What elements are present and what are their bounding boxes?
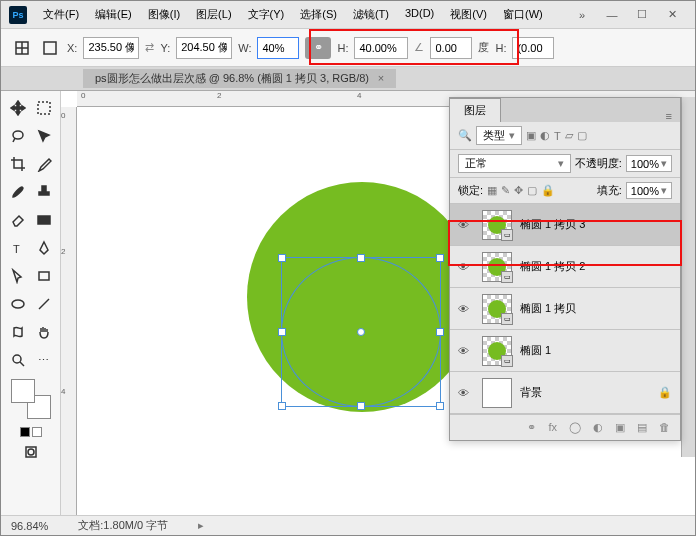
layer-row[interactable]: 👁▭椭圆 1 拷贝 bbox=[450, 288, 680, 330]
visibility-icon[interactable]: 👁 bbox=[458, 345, 474, 357]
ellipse-tool[interactable] bbox=[7, 293, 29, 315]
handle-s[interactable] bbox=[357, 402, 365, 410]
maximize-button[interactable]: ☐ bbox=[627, 5, 657, 25]
chev-down-icon[interactable]: » bbox=[567, 5, 597, 25]
handle-e[interactable] bbox=[436, 328, 444, 336]
path-select-tool[interactable] bbox=[7, 265, 29, 287]
visibility-icon[interactable]: 👁 bbox=[458, 387, 474, 399]
adjust-icon[interactable]: ◐ bbox=[593, 421, 603, 434]
layer-row[interactable]: 👁▭椭圆 1 拷贝 2 bbox=[450, 246, 680, 288]
handle-sw[interactable] bbox=[278, 402, 286, 410]
blend-mode-select[interactable]: 正常▾ bbox=[458, 154, 571, 173]
filter-select[interactable]: 类型▾ bbox=[476, 126, 522, 145]
close-button[interactable]: ✕ bbox=[657, 5, 687, 25]
move-tool[interactable] bbox=[7, 97, 29, 119]
handle-nw[interactable] bbox=[278, 254, 286, 262]
doc-tab[interactable]: ps圆形怎么做出层次感 @ 96.8% (椭圆 1 拷贝 3, RGB/8) × bbox=[83, 69, 396, 88]
handle-se[interactable] bbox=[436, 402, 444, 410]
stamp-tool[interactable] bbox=[33, 181, 55, 203]
menu-item[interactable]: 3D(D) bbox=[397, 7, 442, 22]
quickmask-tool[interactable] bbox=[20, 441, 42, 463]
x-input[interactable] bbox=[83, 37, 139, 59]
opacity-input[interactable]: 100%▾ bbox=[626, 155, 672, 172]
menu-item[interactable]: 选择(S) bbox=[292, 7, 345, 22]
menu-item[interactable]: 滤镜(T) bbox=[345, 7, 397, 22]
mini-swatches[interactable] bbox=[20, 427, 42, 437]
marquee-tool[interactable] bbox=[33, 97, 55, 119]
filter-shape-icon[interactable]: ▱ bbox=[565, 129, 573, 142]
brush-tool[interactable] bbox=[7, 181, 29, 203]
eyedropper-tool[interactable] bbox=[33, 153, 55, 175]
panel-tab-layers[interactable]: 图层 bbox=[450, 98, 501, 122]
lock-pos-icon[interactable]: ✥ bbox=[514, 184, 523, 197]
menu-item[interactable]: 窗口(W) bbox=[495, 7, 551, 22]
transform-bbox[interactable] bbox=[281, 257, 441, 407]
minimize-button[interactable]: — bbox=[597, 5, 627, 25]
status-arrow-icon[interactable]: ▸ bbox=[198, 519, 204, 532]
link-layers-icon[interactable]: ⚭ bbox=[527, 421, 536, 434]
visibility-icon[interactable]: 👁 bbox=[458, 261, 474, 273]
ref-point-icon[interactable] bbox=[11, 37, 33, 59]
layer-thumb[interactable] bbox=[482, 378, 512, 408]
handle-n[interactable] bbox=[357, 254, 365, 262]
ruler-vertical[interactable]: 0 2 4 bbox=[61, 107, 77, 515]
color-swatches[interactable] bbox=[11, 379, 51, 419]
layer-row[interactable]: 👁▭椭圆 1 拷贝 3 bbox=[450, 204, 680, 246]
layer-thumb[interactable]: ▭ bbox=[482, 336, 512, 366]
y-input[interactable] bbox=[176, 37, 232, 59]
more-tools[interactable]: ⋯ bbox=[33, 349, 55, 371]
filter-adjust-icon[interactable]: ◐ bbox=[540, 129, 550, 142]
filter-type-icon[interactable]: T bbox=[554, 130, 561, 142]
menu-item[interactable]: 编辑(E) bbox=[87, 7, 140, 22]
panel-dock[interactable] bbox=[681, 97, 695, 457]
crop-tool[interactable] bbox=[7, 153, 29, 175]
eraser-tool[interactable] bbox=[7, 209, 29, 231]
line-tool[interactable] bbox=[33, 293, 55, 315]
filter-pixel-icon[interactable]: ▣ bbox=[526, 129, 536, 142]
doc-status[interactable]: 文档:1.80M/0 字节 bbox=[78, 518, 168, 533]
w-input[interactable] bbox=[257, 37, 299, 59]
lock-all-icon[interactable]: 🔒 bbox=[541, 184, 555, 197]
delete-icon[interactable]: 🗑 bbox=[659, 421, 670, 434]
menu-item[interactable]: 视图(V) bbox=[442, 7, 495, 22]
menu-item[interactable]: 图层(L) bbox=[188, 7, 239, 22]
mask-icon[interactable]: ◯ bbox=[569, 421, 581, 434]
gradient-tool[interactable] bbox=[33, 209, 55, 231]
h-input[interactable] bbox=[354, 37, 408, 59]
pen-tool[interactable] bbox=[33, 237, 55, 259]
grid-icon[interactable] bbox=[39, 37, 61, 59]
handle-center[interactable] bbox=[357, 328, 365, 336]
quick-select-tool[interactable] bbox=[33, 125, 55, 147]
link-icon[interactable]: ⚭ bbox=[305, 37, 331, 59]
fx-icon[interactable]: fx bbox=[548, 421, 557, 434]
swap-icon[interactable]: ⇄ bbox=[145, 41, 154, 54]
fill-input[interactable]: 100%▾ bbox=[626, 182, 672, 199]
layer-thumb[interactable]: ▭ bbox=[482, 252, 512, 282]
visibility-icon[interactable]: 👁 bbox=[458, 303, 474, 315]
layer-row[interactable]: 👁▭椭圆 1 bbox=[450, 330, 680, 372]
custom-shape-tool[interactable] bbox=[7, 321, 29, 343]
type-tool[interactable]: T bbox=[7, 237, 29, 259]
layer-thumb[interactable]: ▭ bbox=[482, 210, 512, 240]
lock-paint-icon[interactable]: ✎ bbox=[501, 184, 510, 197]
menu-item[interactable]: 图像(I) bbox=[140, 7, 188, 22]
filter-smart-icon[interactable]: ▢ bbox=[577, 129, 587, 142]
layer-row[interactable]: 👁背景🔒 bbox=[450, 372, 680, 414]
handle-ne[interactable] bbox=[436, 254, 444, 262]
skew-input[interactable] bbox=[512, 37, 554, 59]
lock-art-icon[interactable]: ▢ bbox=[527, 184, 537, 197]
search-icon[interactable]: 🔍 bbox=[458, 129, 472, 142]
lock-trans-icon[interactable]: ▦ bbox=[487, 184, 497, 197]
menu-item[interactable]: 文件(F) bbox=[35, 7, 87, 22]
zoom-tool[interactable] bbox=[7, 349, 29, 371]
angle-input[interactable] bbox=[430, 37, 472, 59]
visibility-icon[interactable]: 👁 bbox=[458, 219, 474, 231]
menu-item[interactable]: 文字(Y) bbox=[240, 7, 293, 22]
new-layer-icon[interactable]: ▤ bbox=[637, 421, 647, 434]
hand-tool[interactable] bbox=[33, 321, 55, 343]
rect-tool[interactable] bbox=[33, 265, 55, 287]
close-icon[interactable]: × bbox=[378, 72, 384, 84]
lasso-tool[interactable] bbox=[7, 125, 29, 147]
group-icon[interactable]: ▣ bbox=[615, 421, 625, 434]
handle-w[interactable] bbox=[278, 328, 286, 336]
